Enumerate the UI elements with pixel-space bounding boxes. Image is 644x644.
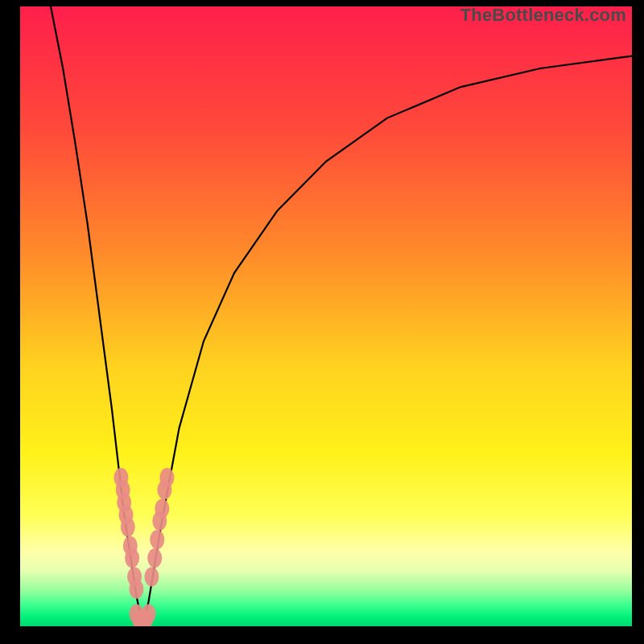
svg-rect-0 [20, 6, 632, 626]
chart-frame: TheBottleneck.com [0, 0, 644, 644]
background-gradient [20, 6, 632, 626]
watermark-text: TheBottleneck.com [460, 5, 626, 26]
plot-area [20, 6, 632, 626]
